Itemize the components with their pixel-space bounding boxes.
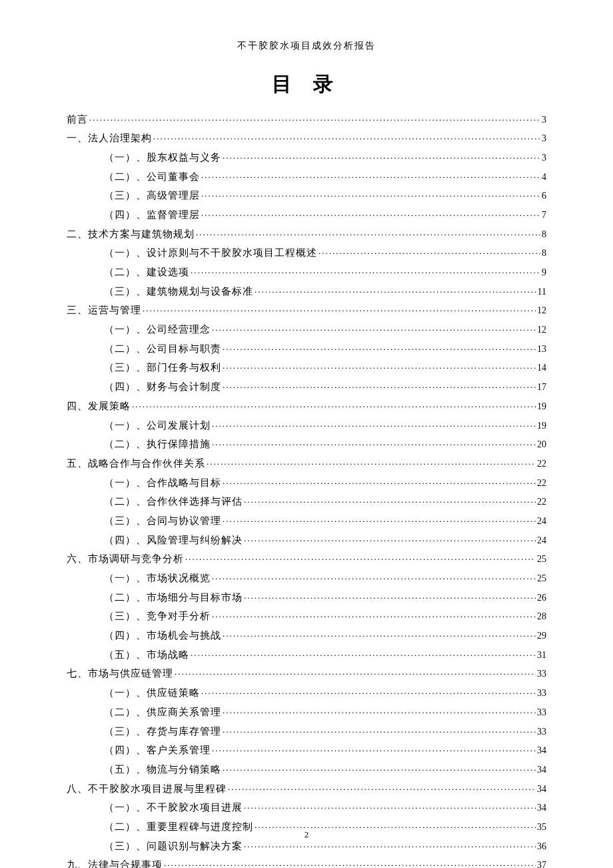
- toc-entry[interactable]: （一）、供应链策略33: [67, 687, 546, 699]
- toc-entry[interactable]: 三、运营与管理12: [67, 304, 546, 316]
- toc-entry[interactable]: （五）、物流与分销策略34: [67, 763, 546, 775]
- toc-entry-label: （三）、合同与协议管理: [104, 516, 221, 526]
- toc-entry[interactable]: （一）、市场状况概览25: [67, 572, 546, 584]
- toc-leader-dots: [201, 687, 536, 697]
- toc-entry-page: 33: [537, 669, 546, 679]
- toc-entry[interactable]: （一）、不干胶胶水项目进展34: [67, 801, 546, 813]
- toc-entry-label: （二）、公司目标与职责: [104, 344, 221, 354]
- toc-entry-page: 34: [537, 746, 546, 755]
- toc-entry[interactable]: （一）、设计原则与不干胶胶水项目工程概述8: [67, 247, 546, 259]
- toc-leader-dots: [132, 399, 536, 409]
- toc-leader-dots: [223, 342, 536, 352]
- toc-entry-page: 20: [537, 440, 546, 449]
- toc-entry[interactable]: （二）、公司目标与职责13: [67, 342, 546, 354]
- toc-entry-page: 25: [537, 555, 546, 564]
- toc-leader-dots: [143, 304, 536, 314]
- toc-entry-label: （一）、设计原则与不干胶胶水项目工程概述: [104, 248, 317, 258]
- toc-entry[interactable]: （四）、市场机会与挑战29: [67, 629, 546, 641]
- toc-leader-dots: [191, 648, 536, 658]
- toc-leader-dots: [223, 151, 540, 161]
- toc-entry[interactable]: 九、法律与合规事项37: [67, 859, 546, 868]
- toc-entry-page: 33: [537, 689, 546, 698]
- toc-leader-dots: [212, 572, 536, 582]
- toc-entry[interactable]: （四）、财务与会计制度17: [67, 381, 546, 393]
- toc-entry-page: 9: [542, 268, 546, 277]
- toc-entry-page: 3: [542, 153, 546, 163]
- toc-entry[interactable]: （三）、建筑物规划与设备标准11: [67, 285, 546, 297]
- toc-entry-label: （二）、合作伙伴选择与评估: [104, 497, 243, 507]
- toc-entry-label: （三）、部门任务与权利: [104, 363, 221, 373]
- toc-leader-dots: [196, 227, 540, 237]
- toc-entry-page: 13: [537, 345, 546, 354]
- toc-entry[interactable]: 一、法人治理架构3: [67, 132, 546, 144]
- toc-entry[interactable]: （三）、存货与库存管理33: [67, 725, 546, 737]
- toc-entry[interactable]: 六、市场调研与竞争分析25: [67, 553, 546, 565]
- toc-leader-dots: [244, 495, 536, 505]
- toc-entry[interactable]: （五）、市场战略31: [67, 648, 546, 660]
- toc-entry-page: 33: [537, 708, 546, 717]
- toc-entry[interactable]: （三）、部门任务与权利14: [67, 361, 546, 373]
- toc-entry-label: （四）、市场机会与挑战: [104, 631, 221, 641]
- toc-entry-label: （三）、高级管理层: [104, 191, 200, 201]
- toc-title: 目 录: [67, 71, 546, 98]
- toc-entry[interactable]: 四、发展策略19: [67, 399, 546, 411]
- toc-entry[interactable]: 八、不干胶胶水项目进展与里程碑34: [67, 782, 546, 794]
- toc-entry-page: 29: [537, 631, 546, 641]
- document-page: 不干胶胶水项目成效分析报告 目 录 前言3一、法人治理架构3（一）、股东权益与义…: [0, 0, 613, 868]
- toc-entry-label: （二）、建设选项: [104, 267, 189, 277]
- toc-entry-label: （一）、股东权益与义务: [104, 153, 221, 163]
- toc-entry[interactable]: 前言3: [67, 113, 546, 125]
- toc-leader-dots: [89, 113, 540, 123]
- toc-entry-page: 19: [537, 402, 546, 411]
- toc-entry-label: 七、市场与供应链管理: [67, 669, 173, 679]
- toc-entry[interactable]: （一）、合作战略与目标22: [67, 476, 546, 488]
- toc-entry[interactable]: 二、技术方案与建筑物规划8: [67, 227, 546, 239]
- toc-entry-page: 25: [537, 574, 546, 583]
- toc-entry-page: 22: [537, 459, 546, 469]
- toc-entry-label: （四）、风险管理与纠纷解决: [104, 535, 243, 545]
- toc-entry[interactable]: （四）、风险管理与纠纷解决24: [67, 533, 546, 545]
- toc-entry[interactable]: （二）、建设选项9: [67, 266, 546, 278]
- toc-entry-page: 17: [537, 383, 546, 392]
- toc-entry[interactable]: （二）、市场细分与目标市场26: [67, 591, 546, 603]
- toc-entry[interactable]: （二）、执行保障措施20: [67, 438, 546, 450]
- toc-entry-label: 四、发展策略: [67, 401, 131, 411]
- toc-entry[interactable]: （一）、公司发展计划19: [67, 419, 546, 431]
- toc-entry[interactable]: （一）、股东权益与义务3: [67, 151, 546, 163]
- toc-leader-dots: [191, 266, 540, 276]
- toc-leader-dots: [244, 591, 536, 601]
- toc-leader-dots: [223, 381, 536, 391]
- toc-entry[interactable]: （三）、合同与协议管理24: [67, 514, 546, 526]
- toc-entry[interactable]: 七、市场与供应链管理33: [67, 667, 546, 679]
- toc-entry[interactable]: （四）、客户关系管理34: [67, 744, 546, 756]
- toc-entry-page: 7: [542, 211, 546, 220]
- toc-entry-label: 前言: [67, 115, 88, 125]
- toc-leader-dots: [212, 610, 536, 620]
- toc-entry[interactable]: 五、战略合作与合作伙伴关系22: [67, 457, 546, 469]
- page-number: 2: [0, 829, 613, 840]
- toc-entry[interactable]: （二）、供应商关系管理33: [67, 705, 546, 717]
- toc-entry-page: 37: [537, 861, 546, 868]
- toc-leader-dots: [207, 457, 536, 467]
- toc-entry-page: 12: [537, 306, 546, 315]
- toc-entry[interactable]: （一）、公司经营理念12: [67, 323, 546, 335]
- toc-entry-page: 33: [537, 727, 546, 737]
- toc-entry-label: 一、法人治理架构: [67, 133, 152, 143]
- toc-entry-page: 8: [542, 249, 546, 258]
- toc-leader-dots: [223, 476, 536, 486]
- toc-entry[interactable]: （三）、竞争对手分析28: [67, 610, 546, 622]
- toc-entry-page: 22: [537, 479, 546, 488]
- toc-entry[interactable]: （三）、问题识别与解决方案36: [67, 839, 546, 851]
- toc-entry-page: 24: [537, 517, 546, 526]
- toc-entry-label: 六、市场调研与竞争分析: [67, 554, 184, 564]
- toc-leader-dots: [175, 667, 536, 677]
- toc-leader-dots: [223, 763, 536, 773]
- toc-entry[interactable]: （四）、监督管理层7: [67, 208, 546, 220]
- toc-entry[interactable]: （二）、合作伙伴选择与评估22: [67, 495, 546, 507]
- toc-entry[interactable]: （二）、公司董事会4: [67, 170, 546, 182]
- toc-leader-dots: [244, 533, 536, 543]
- toc-entry[interactable]: （三）、高级管理层6: [67, 189, 546, 201]
- toc-leader-dots: [153, 132, 540, 142]
- toc-entry-label: （一）、供应链策略: [104, 688, 200, 698]
- toc-entry-label: （三）、建筑物规划与设备标准: [104, 287, 253, 297]
